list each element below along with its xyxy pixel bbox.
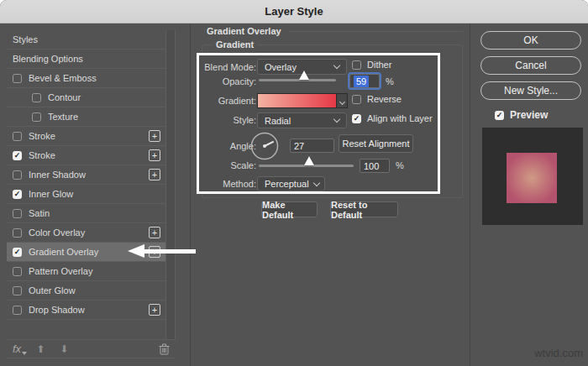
sidebar-item-blending-options[interactable]: Blending Options [7, 50, 165, 69]
opacity-unit: % [386, 76, 394, 86]
sidebar-item-label: Drop Shadow [29, 305, 149, 315]
gradient-group-label: Gradient [213, 39, 257, 50]
method-select[interactable]: Perceptual [257, 176, 325, 191]
preview-checkbox[interactable]: ✓ [495, 111, 504, 120]
sidebar-item-inner-glow[interactable]: ✓Inner Glow [7, 185, 165, 204]
sidebar-item-inner-shadow[interactable]: Inner Shadow+ [7, 165, 165, 185]
preview-thumbnail [482, 128, 583, 225]
opacity-slider[interactable] [259, 79, 336, 81]
styles-scrollbar[interactable] [165, 30, 176, 339]
angle-dial[interactable] [250, 132, 279, 164]
sidebar-item-stroke[interactable]: Stroke+ [7, 127, 165, 146]
gradient-picker-button[interactable] [337, 93, 348, 108]
sidebar-item-label: Inner Glow [29, 189, 165, 199]
style-checkbox[interactable] [13, 286, 22, 295]
scale-field[interactable]: 100 [360, 159, 390, 173]
style-checkbox[interactable] [13, 228, 22, 238]
sidebar-divider [190, 24, 191, 366]
reverse-row[interactable]: Reverse [352, 94, 402, 104]
add-effect-icon[interactable]: + [149, 169, 160, 180]
angle-label: Angle: [196, 141, 256, 151]
style-checkbox[interactable]: ✓ [13, 151, 22, 160]
move-up-icon[interactable]: ⬆ [36, 343, 45, 355]
dither-row[interactable]: Dither [352, 60, 391, 70]
style-checkbox[interactable] [13, 209, 22, 218]
style-checkbox[interactable]: ✓ [13, 190, 22, 199]
cancel-button[interactable]: Cancel [480, 56, 581, 75]
sidebar-item-label: Satin [29, 208, 165, 218]
sidebar-item-bevel-emboss[interactable]: Bevel & Emboss [7, 69, 165, 88]
align-with-layer-row[interactable]: ✓ Align with Layer [352, 113, 433, 123]
sidebar-item-color-overlay[interactable]: Color Overlay+ [7, 223, 165, 243]
dialog-title: Layer Style [265, 5, 323, 18]
sidebar-item-drop-shadow[interactable]: Drop Shadow+ [7, 301, 165, 320]
style-checkbox[interactable] [13, 306, 22, 315]
title-bar: Layer Style [0, 0, 588, 24]
panel-title-rule [288, 31, 463, 32]
style-label: Style: [196, 115, 256, 125]
add-effect-icon[interactable]: + [149, 130, 160, 142]
style-checkbox[interactable] [32, 112, 41, 122]
sidebar-item-label: Styles [13, 34, 165, 44]
panel-title: Gradient Overlay [207, 26, 281, 36]
sidebar-item-stroke[interactable]: ✓Stroke+ [7, 146, 165, 165]
sidebar-item-label: Texture [48, 112, 165, 122]
move-down-icon[interactable]: ⬇ [60, 343, 68, 355]
sidebar-item-styles[interactable]: Styles [7, 30, 165, 50]
reverse-label: Reverse [367, 94, 402, 104]
watermark: wtvid.com [534, 347, 583, 359]
sidebar-item-label: Pattern Overlay [29, 266, 165, 276]
scale-unit: % [396, 160, 404, 170]
scale-slider-thumb[interactable] [304, 156, 314, 165]
opacity-slider-thumb[interactable] [299, 71, 309, 80]
reset-alignment-button[interactable]: Reset Alignment [339, 134, 413, 153]
style-checkbox[interactable] [13, 74, 22, 83]
fx-menu-icon[interactable]: fx [13, 342, 21, 355]
sidebar-item-label: Stroke [29, 131, 149, 141]
chevron-down-icon [333, 62, 340, 69]
new-style-button[interactable]: New Style... [480, 81, 581, 100]
sidebar-item-texture[interactable]: Texture [7, 107, 165, 127]
sidebar-item-pattern-overlay[interactable]: Pattern Overlay [7, 262, 165, 281]
add-effect-icon[interactable]: + [149, 227, 160, 238]
sidebar-item-label: Contour [48, 92, 165, 102]
style-checkbox[interactable] [13, 132, 22, 141]
ok-button[interactable]: OK [480, 31, 581, 50]
delete-effect-icon[interactable] [159, 343, 170, 355]
opacity-label: Opacity: [196, 76, 256, 86]
style-checkbox[interactable]: ✓ [13, 248, 22, 257]
preview-gradient-square [507, 153, 557, 203]
layer-style-dialog: Layer Style StylesBlending OptionsBevel … [0, 0, 588, 366]
preview-row[interactable]: ✓ Preview [495, 109, 548, 121]
style-checkbox[interactable] [13, 267, 22, 276]
add-effect-icon[interactable]: + [149, 304, 160, 316]
scale-label: Scale: [196, 160, 256, 170]
add-effect-icon[interactable]: + [149, 149, 160, 161]
chevron-down-icon [312, 179, 319, 186]
sidebar-item-label: Blending Options [13, 54, 165, 64]
reverse-checkbox[interactable] [352, 95, 361, 104]
sidebar-item-label: Color Overlay [29, 227, 149, 238]
reset-to-default-button[interactable]: Reset to Default [330, 201, 398, 217]
sidebar-item-label: Bevel & Emboss [29, 73, 165, 83]
style-checkbox[interactable] [13, 170, 22, 180]
sidebar-item-label: Outer Glow [29, 285, 165, 295]
dither-checkbox[interactable] [352, 60, 361, 70]
gradient-swatch[interactable] [257, 93, 337, 108]
styles-list: StylesBlending OptionsBevel & EmbossCont… [7, 30, 165, 320]
gradient-label: Gradient: [196, 96, 256, 106]
styles-footer-toolbar: fx ⬆ ⬇ [7, 339, 176, 358]
angle-field[interactable]: 27 [290, 139, 334, 153]
sidebar-item-contour[interactable]: Contour [7, 88, 165, 107]
style-select[interactable]: Radial [257, 112, 347, 128]
make-default-button[interactable]: Make Default [261, 201, 318, 217]
blend-mode-label: Blend Mode: [196, 62, 256, 72]
align-with-layer-label: Align with Layer [367, 113, 433, 123]
style-checkbox[interactable] [32, 93, 41, 102]
align-with-layer-checkbox[interactable]: ✓ [352, 114, 361, 123]
sidebar-item-outer-glow[interactable]: Outer Glow [7, 281, 165, 301]
opacity-field[interactable]: 59 [349, 74, 380, 88]
scale-slider[interactable] [259, 165, 354, 167]
dither-label: Dither [367, 60, 391, 70]
sidebar-item-satin[interactable]: Satin [7, 204, 165, 223]
